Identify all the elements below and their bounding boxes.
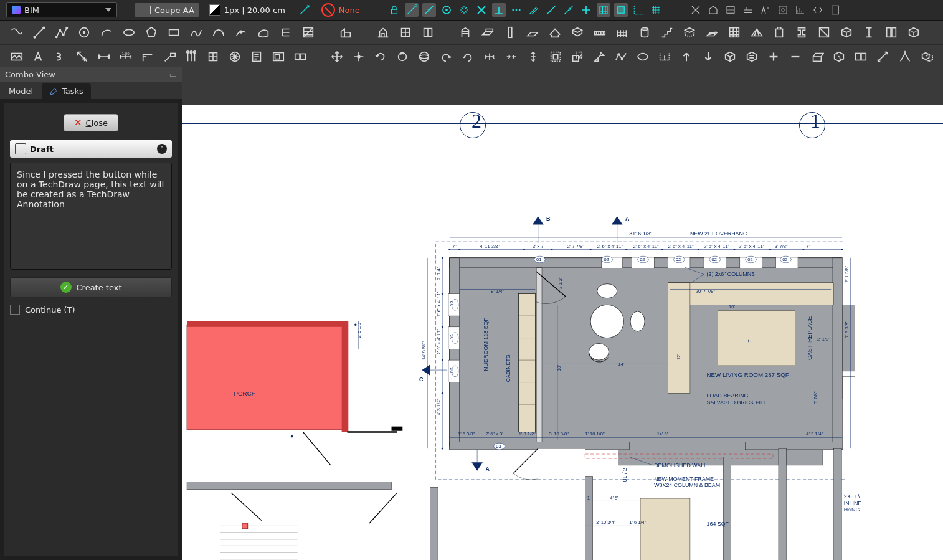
- tool-mirror-h[interactable]: [482, 49, 498, 65]
- snap-dimensions-icon[interactable]: [632, 3, 645, 17]
- snap-endpoint-icon[interactable]: [405, 3, 419, 17]
- toggle-grid-icon[interactable]: [649, 3, 663, 17]
- tool-profile2[interactable]: [861, 24, 877, 40]
- tool-remove[interactable]: [788, 49, 803, 65]
- tool-dimension[interactable]: [96, 49, 111, 65]
- tool-link[interactable]: [293, 49, 308, 65]
- panel-detach-icon[interactable]: ▭: [169, 70, 177, 79]
- tool-arc[interactable]: [98, 24, 115, 40]
- tool-facebinder[interactable]: [255, 24, 272, 40]
- tool-space[interactable]: [681, 24, 698, 40]
- tool-library[interactable]: [883, 24, 899, 40]
- tool-cut[interactable]: [832, 49, 847, 65]
- tool-group[interactable]: [853, 49, 869, 65]
- tool-copy-move[interactable]: [351, 49, 366, 65]
- drawing-viewport[interactable]: 2 1 2' 5 1/8" PORCH: [182, 67, 943, 560]
- snap-ortho-icon[interactable]: [579, 3, 593, 17]
- tool-panel[interactable]: [569, 24, 585, 40]
- tool-extrude[interactable]: [810, 49, 825, 65]
- snap-near-icon[interactable]: [562, 3, 576, 17]
- tool-line[interactable]: [9, 24, 25, 40]
- continue-checkbox[interactable]: Continue (T): [10, 305, 172, 315]
- snap-extension-icon[interactable]: [509, 3, 523, 17]
- tool-rotate2[interactable]: [395, 49, 410, 65]
- tool-mirror2[interactable]: [897, 49, 912, 65]
- tool-building[interactable]: [338, 24, 354, 40]
- autogroup-none[interactable]: None: [319, 3, 363, 17]
- snap-midpoint-icon[interactable]: [422, 3, 436, 17]
- tool-explode[interactable]: [613, 49, 628, 65]
- annotation-text-input[interactable]: Since I pressed the button while on a Te…: [10, 163, 172, 270]
- tool-upgrade[interactable]: [678, 49, 694, 65]
- tool-offset[interactable]: [526, 49, 541, 65]
- tool-scale[interactable]: [569, 49, 585, 65]
- snap-perpendicular-icon[interactable]: [492, 3, 506, 17]
- snap-workingplane-icon[interactable]: [614, 3, 628, 17]
- tool-text[interactable]: [31, 49, 46, 65]
- tool-stairs[interactable]: [659, 24, 675, 40]
- tool-wire[interactable]: [54, 24, 70, 40]
- tool-point[interactable]: [233, 24, 249, 40]
- tool-shapestring2[interactable]: [52, 49, 68, 65]
- draft-section-header[interactable]: Draft ˄: [10, 140, 172, 158]
- snap-special-icon[interactable]: [544, 3, 558, 17]
- collapse-icon[interactable]: ˄: [157, 144, 167, 154]
- tool-dimension-chain[interactable]: 1.00: [118, 49, 133, 65]
- tab-model[interactable]: Model: [1, 83, 40, 99]
- code-icon[interactable]: [811, 3, 825, 17]
- construction-mode-icon[interactable]: [295, 4, 314, 16]
- tools-icon[interactable]: [689, 3, 703, 17]
- tool-roof[interactable]: [547, 24, 563, 40]
- tool-frame[interactable]: [592, 24, 608, 40]
- tool-bspline[interactable]: [188, 24, 204, 40]
- workbench-select[interactable]: BIM: [6, 2, 117, 17]
- tool-page[interactable]: [249, 49, 265, 65]
- walls-icon[interactable]: [741, 3, 755, 17]
- tool-orbit[interactable]: [417, 49, 432, 65]
- tool-dimension-style[interactable]: [74, 49, 90, 65]
- tool-leader[interactable]: [140, 49, 155, 65]
- snap-center-icon[interactable]: [440, 3, 453, 17]
- tool-cube2[interactable]: [744, 49, 760, 65]
- annotate-icon[interactable]: [759, 3, 772, 17]
- tool-axis[interactable]: [184, 49, 199, 65]
- tool-hatch2[interactable]: [227, 49, 243, 65]
- tool-addplus[interactable]: [766, 49, 782, 65]
- tool-component[interactable]: [906, 24, 922, 40]
- create-text-button[interactable]: ✓ Create text: [10, 277, 172, 297]
- tool-redo-arrow[interactable]: [460, 49, 476, 65]
- tool-mirror-v[interactable]: [504, 49, 519, 65]
- tool-bezier[interactable]: [211, 24, 227, 40]
- tool-equipment[interactable]: [771, 24, 787, 40]
- tool-circle[interactable]: [76, 24, 92, 40]
- snap-grid-icon[interactable]: [597, 3, 610, 17]
- tool-profile[interactable]: [794, 24, 810, 40]
- tool-box[interactable]: [838, 24, 855, 40]
- tool-axis-system[interactable]: [206, 49, 221, 65]
- building-icon[interactable]: [706, 3, 720, 17]
- tool-section[interactable]: [816, 24, 832, 40]
- snap-parallel-icon[interactable]: [527, 3, 541, 17]
- tool-curtain[interactable]: [726, 24, 742, 40]
- tool-array[interactable]: [656, 49, 672, 65]
- tool-fence[interactable]: [614, 24, 630, 40]
- schedule-icon[interactable]: [776, 3, 790, 17]
- close-button[interactable]: ✕ Close: [64, 114, 118, 131]
- tool-view[interactable]: [271, 49, 287, 65]
- tool-axispick[interactable]: [875, 49, 891, 65]
- tool-label[interactable]: [161, 49, 177, 65]
- tab-tasks[interactable]: Tasks: [42, 83, 91, 99]
- tool-image[interactable]: [9, 49, 24, 65]
- snap-angle-icon[interactable]: [457, 3, 471, 17]
- active-view-chip[interactable]: Coupe AA: [135, 3, 199, 17]
- tool-hatch[interactable]: [300, 24, 316, 40]
- tool-ellipse[interactable]: [121, 24, 137, 40]
- tool-segment[interactable]: [31, 24, 47, 40]
- snap-intersection-icon[interactable]: [475, 3, 488, 17]
- tool-column[interactable]: [457, 24, 473, 40]
- tool-shapestring[interactable]: [278, 24, 294, 40]
- tool-rectangle[interactable]: [166, 24, 182, 40]
- lineweight-chip[interactable]: 1px | 20.00 cm: [204, 3, 290, 17]
- tool-undo-arrow[interactable]: [438, 49, 454, 65]
- chart-icon[interactable]: [794, 3, 807, 17]
